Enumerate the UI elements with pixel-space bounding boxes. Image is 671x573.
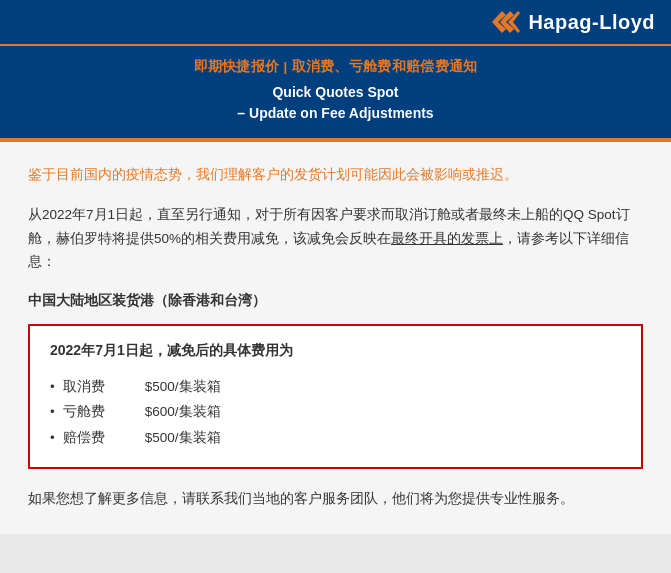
intro-paragraph: 鉴于目前国内的疫情态势，我们理解客户的发货计划可能因此会被影响或推迟。 xyxy=(28,164,643,187)
page-wrapper: Hapag-Lloyd 即期快捷报价 | 取消费、亏舱费和赔偿费通知 Quick… xyxy=(0,0,671,534)
fee-amount-3: $500/集装箱 xyxy=(145,425,221,451)
title-main-label: 即期快捷报价 | 取消费、亏舱费和赔偿费通知 xyxy=(20,58,651,76)
fee-name-3: 赔偿费 xyxy=(63,425,115,451)
title-sub-line1: Quick Quotes Spot xyxy=(272,84,398,100)
logo-text: Hapag-Lloyd xyxy=(528,11,655,34)
footer-paragraph: 如果您想了解更多信息，请联系我们当地的客户服务团队，他们将为您提供专业性服务。 xyxy=(28,487,643,511)
title-sub-label: Quick Quotes Spot – Update on Fee Adjust… xyxy=(20,82,651,124)
fee-box-title: 2022年7月1日起，减免后的具体费用为 xyxy=(50,342,621,360)
fee-name-2: 亏舱费 xyxy=(63,399,115,425)
fee-amount-2: $600/集装箱 xyxy=(145,399,221,425)
list-item: 亏舱费 $600/集装箱 xyxy=(50,399,621,425)
underline-text: 最终开具的发票上 xyxy=(391,231,503,246)
content-area: 鉴于目前国内的疫情态势，我们理解客户的发货计划可能因此会被影响或推迟。 从202… xyxy=(0,138,671,534)
fee-list: 取消费 $500/集装箱 亏舱费 $600/集装箱 赔偿费 $500/集装箱 xyxy=(50,374,621,451)
header-bar: Hapag-Lloyd xyxy=(0,0,671,44)
region-title: 中国大陆地区装货港（除香港和台湾） xyxy=(28,292,643,310)
list-item: 取消费 $500/集装箱 xyxy=(50,374,621,400)
title-sub-line2: – Update on Fee Adjustments xyxy=(237,105,433,121)
hapag-lloyd-icon xyxy=(492,11,520,33)
logo-area: Hapag-Lloyd xyxy=(492,11,655,34)
fee-amount-1: $500/集装箱 xyxy=(145,374,221,400)
title-bar: 即期快捷报价 | 取消费、亏舱费和赔偿费通知 Quick Quotes Spot… xyxy=(0,44,671,138)
fee-name-1: 取消费 xyxy=(63,374,115,400)
body-paragraph: 从2022年7月1日起，直至另行通知，对于所有因客户要求而取消订舱或者最终未上船… xyxy=(28,203,643,274)
fee-box: 2022年7月1日起，减免后的具体费用为 取消费 $500/集装箱 亏舱费 $6… xyxy=(28,324,643,469)
list-item: 赔偿费 $500/集装箱 xyxy=(50,425,621,451)
